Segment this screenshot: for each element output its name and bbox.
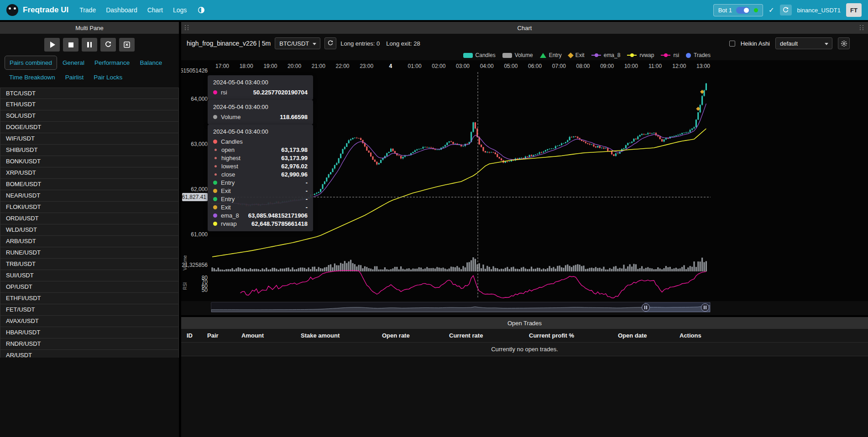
svg-text:04:00: 04:00 bbox=[480, 63, 494, 69]
chart-legend: CandlesVolumeEntryExitema_8rvwaprsiTrade… bbox=[181, 51, 868, 60]
tab-general[interactable]: General bbox=[58, 56, 89, 69]
bot-toggle[interactable] bbox=[736, 7, 750, 14]
grip-icon[interactable] bbox=[860, 25, 864, 31]
pair-select[interactable]: BTC/USDT bbox=[275, 37, 320, 49]
svg-text:62,000: 62,000 bbox=[191, 186, 208, 192]
plot-settings-button[interactable] bbox=[838, 37, 850, 49]
legend-label: rsi bbox=[673, 52, 679, 58]
refresh-button[interactable] bbox=[780, 5, 792, 16]
svg-text:10:00: 10:00 bbox=[624, 63, 638, 69]
legend-ema-8[interactable]: ema_8 bbox=[591, 52, 621, 58]
theme-toggle-icon[interactable] bbox=[198, 6, 205, 14]
nav-link-logs[interactable]: Logs bbox=[173, 6, 187, 14]
exit-swatch-icon bbox=[568, 52, 574, 58]
plot-config-select[interactable]: default bbox=[775, 37, 832, 49]
chart-refresh-button[interactable] bbox=[324, 37, 336, 49]
long-entries-label: Long entries: 0 bbox=[340, 40, 380, 47]
multi-pane-title: Multi Pane bbox=[75, 25, 103, 31]
column-open-rate: Open rate bbox=[382, 332, 449, 339]
svg-text:Volume: Volume bbox=[183, 255, 188, 271]
datazoom-left-handle[interactable] bbox=[642, 303, 650, 312]
tab-balance[interactable]: Balance bbox=[135, 56, 167, 69]
legend-exit[interactable]: Exit bbox=[569, 52, 585, 58]
grip-icon[interactable] bbox=[185, 25, 189, 31]
pair-row-arb-usdt[interactable]: ARB/USDT bbox=[0, 236, 179, 247]
tab-pairlist[interactable]: Pairlist bbox=[61, 71, 89, 84]
legend-rsi[interactable]: rsi bbox=[661, 52, 679, 58]
pair-row-rndr-usdt[interactable]: RNDR/USDT bbox=[0, 338, 179, 350]
pair-row-hbar-usdt[interactable]: HBAR/USDT bbox=[0, 327, 179, 338]
entries-info: Long entries: 0 Long exit: 28 bbox=[340, 40, 420, 47]
tabs-row-1: Pairs combinedGeneralPerformanceBalance bbox=[0, 55, 179, 70]
pair-row-floki-usdt[interactable]: FLOKI/USDT bbox=[0, 202, 179, 213]
tab-pair-locks[interactable]: Pair Locks bbox=[89, 71, 127, 84]
pair-row-doge-usdt[interactable]: DOGE/USDT bbox=[0, 122, 179, 133]
legend-label: Volume bbox=[515, 52, 533, 58]
pair-row-ordi-usdt[interactable]: ORDI/USDT bbox=[0, 213, 179, 224]
pair-row-sol-usdt[interactable]: SOL/USDT bbox=[0, 110, 179, 122]
legend-volume[interactable]: Volume bbox=[502, 52, 533, 58]
legend-candles[interactable]: Candles bbox=[463, 52, 496, 58]
svg-text:RSI: RSI bbox=[183, 282, 188, 290]
app-title: Freqtrade UI bbox=[23, 5, 68, 15]
pair-select-value: BTC/USDT bbox=[279, 40, 309, 47]
pair-row-btc-usdt[interactable]: BTC/USDT bbox=[0, 88, 179, 99]
volume-swatch-icon bbox=[502, 53, 512, 58]
pause-button[interactable] bbox=[82, 38, 97, 52]
reload-button[interactable] bbox=[100, 38, 116, 52]
stop-icon bbox=[68, 42, 73, 47]
svg-text:12:00: 12:00 bbox=[672, 63, 686, 69]
nav-link-trade[interactable]: Trade bbox=[79, 6, 96, 14]
tab-performance[interactable]: Performance bbox=[90, 56, 134, 69]
play-button[interactable] bbox=[44, 38, 60, 52]
tab-time-breakdown[interactable]: Time Breakdown bbox=[5, 71, 60, 84]
datazoom-right-handle[interactable] bbox=[701, 303, 709, 312]
pair-row-sui-usdt[interactable]: SUI/USDT bbox=[0, 270, 179, 281]
column-current-profit-: Current profit % bbox=[529, 332, 618, 339]
candles-swatch-icon bbox=[463, 53, 473, 58]
nav-link-chart[interactable]: Chart bbox=[147, 6, 163, 14]
svg-text:21:00: 21:00 bbox=[312, 63, 325, 69]
pair-row-wld-usdt[interactable]: WLD/USDT bbox=[0, 224, 179, 236]
pair-row-near-usdt[interactable]: NEAR/USDT bbox=[0, 190, 179, 202]
open-trades-title: Open Trades bbox=[507, 320, 542, 327]
pair-row-rune-usdt[interactable]: RUNE/USDT bbox=[0, 247, 179, 259]
chart-canvas[interactable]: 17:0018:0019:0020:0021:0022:0023:00401:0… bbox=[181, 60, 868, 301]
multi-pane-panel: Multi Pane Pairs combinedGeneralPerforma… bbox=[0, 22, 179, 437]
svg-text:03:00: 03:00 bbox=[456, 63, 470, 69]
avatar[interactable]: FT bbox=[846, 3, 862, 17]
ema-8-swatch-icon bbox=[591, 55, 601, 56]
datazoom-navigator[interactable] bbox=[211, 302, 711, 312]
column-amount: Amount bbox=[241, 332, 301, 339]
pair-row-op-usdt[interactable]: OP/USDT bbox=[0, 281, 179, 293]
long-exit-label: Long exit: 28 bbox=[386, 40, 420, 47]
pair-row-fet-usdt[interactable]: FET/USDT bbox=[0, 304, 179, 316]
pair-row-xrp-usdt[interactable]: XRP/USDT bbox=[0, 167, 179, 179]
bot-selector[interactable]: Bot 1 bbox=[713, 4, 763, 16]
svg-text:09:00: 09:00 bbox=[600, 63, 614, 69]
tooltip-volume: 2024-05-04 03:40:00Volume118.66598 bbox=[208, 100, 313, 125]
legend-trades[interactable]: Trades bbox=[686, 52, 711, 58]
stop-button[interactable] bbox=[63, 38, 78, 52]
pair-row-ethfi-usdt[interactable]: ETHFI/USDT bbox=[0, 293, 179, 304]
pair-row-bome-usdt[interactable]: BOME/USDT bbox=[0, 179, 179, 190]
top-navbar: Freqtrade UI TradeDashboardChartLogs Bot… bbox=[0, 0, 868, 20]
svg-text:07:00: 07:00 bbox=[552, 63, 566, 69]
legend-rvwap[interactable]: rvwap bbox=[627, 52, 654, 58]
pair-row-avax-usdt[interactable]: AVAX/USDT bbox=[0, 316, 179, 327]
tab-pairs-combined[interactable]: Pairs combined bbox=[5, 56, 57, 70]
pair-row-wif-usdt[interactable]: WIF/USDT bbox=[0, 133, 179, 145]
freqtrade-logo[interactable] bbox=[6, 4, 18, 16]
svg-text:17:00: 17:00 bbox=[215, 63, 229, 69]
nav-link-dashboard[interactable]: Dashboard bbox=[106, 6, 137, 14]
pair-row-shib-usdt[interactable]: SHIB/USDT bbox=[0, 145, 179, 156]
pair-row-trb-usdt[interactable]: TRB/USDT bbox=[0, 259, 179, 270]
clear-trades-button[interactable] bbox=[119, 38, 135, 52]
heikin-ashi-checkbox[interactable] bbox=[729, 41, 735, 47]
pair-row-ar-usdt[interactable]: AR/USDT bbox=[0, 350, 179, 358]
pair-row-bonk-usdt[interactable]: BONK/USDT bbox=[0, 156, 179, 167]
check-icon[interactable]: ✓ bbox=[769, 6, 774, 14]
legend-entry[interactable]: Entry bbox=[540, 52, 562, 58]
pair-row-eth-usdt[interactable]: ETH/USDT bbox=[0, 99, 179, 110]
svg-text:18:00: 18:00 bbox=[240, 63, 253, 69]
